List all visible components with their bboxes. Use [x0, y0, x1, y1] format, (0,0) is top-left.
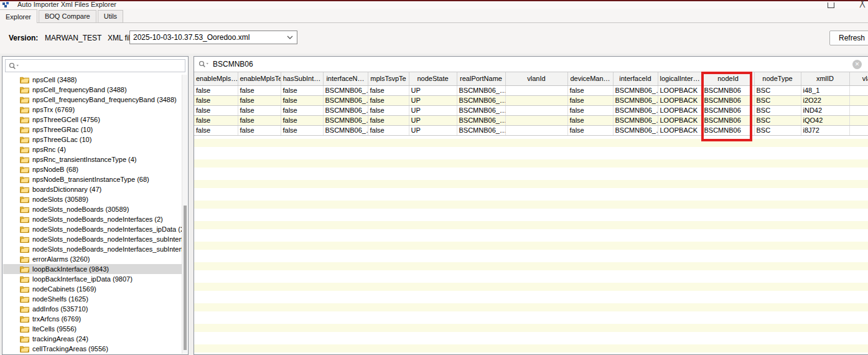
table-row[interactable]: falsefalsefalseBSCMNB06_…falseUPBSCMNB06…	[194, 105, 868, 115]
xml-file-select[interactable]: 2025-10-03-10.37.53_Ooredoo.xml	[129, 31, 297, 44]
empty-grid-stripes	[194, 139, 868, 354]
folder-icon	[20, 255, 29, 263]
tree-item[interactable]: npsRnc_transientInstanceType (4)	[3, 154, 182, 164]
tree-item[interactable]: cellTrackingAreas (9556)	[3, 344, 182, 354]
tree-item[interactable]: npsCell_frequencyBand_frequencyBand (348…	[3, 95, 182, 105]
version-label: Version:	[9, 34, 38, 42]
tab[interactable]: Explorer	[0, 9, 37, 23]
folder-icon	[20, 335, 29, 343]
table-row[interactable]: falsefalsefalseBSCMNB06_…falseUPBSCMNB06…	[194, 85, 868, 95]
clear-search-icon[interactable]: ✕	[852, 60, 862, 69]
folder-icon	[20, 186, 29, 193]
tree-item[interactable]: npsNodeB_transientInstanceType (68)	[3, 174, 182, 184]
tree-item[interactable]: npsCell (3488)	[3, 75, 182, 85]
table-row[interactable]: falsefalsefalseBSCMNB06_…falseUPBSCMNB06…	[194, 115, 868, 125]
folder-icon	[20, 295, 29, 303]
tree-search-input[interactable]	[5, 59, 185, 72]
nodeid-column-highlight	[701, 72, 752, 141]
toolbar: Version: MARWAN_TEST XML file 2025-10-03…	[0, 23, 868, 54]
grid-column-header[interactable]: vlanId	[505, 72, 567, 85]
xml-file-selected-value: 2025-10-03-10.37.53_Ooredoo.xml	[133, 33, 250, 42]
grid-column-header[interactable]: nodeState	[409, 72, 457, 85]
grid-column-header[interactable]: mplsTsvpTe	[368, 72, 409, 85]
tab[interactable]: BOQ Compare	[39, 10, 96, 22]
grid-column-header[interactable]: enableMplsTe	[238, 72, 281, 85]
grid-column-header[interactable]: realPortName	[457, 72, 505, 85]
tree-list: npsCell (3488)npsCell_frequencyBand (348…	[3, 75, 182, 354]
folder-icon	[20, 235, 29, 243]
tree-item[interactable]: npsTrx (6769)	[3, 105, 182, 115]
grid-column-header[interactable]: vlanS…	[849, 72, 868, 85]
tree-item[interactable]: nodeSlots_nodeBoards_nodeInterfaces (2)	[3, 214, 182, 224]
titlebar-accent	[0, 0, 868, 1]
window-title: Auto Importer Xml Files Explorer	[17, 1, 116, 8]
folder-icon	[20, 285, 29, 293]
tree-item[interactable]: npsRnc (4)	[3, 144, 182, 154]
folder-icon	[20, 265, 29, 273]
data-grid: enableMpls…enableMplsTehasSubInt…interfa…	[194, 72, 868, 136]
folder-icon	[20, 166, 29, 173]
tree-item[interactable]: nodeSlots_nodeBoards (30589)	[3, 204, 182, 214]
tree-item[interactable]: errorAlarms (3260)	[3, 254, 182, 264]
grid-search-input[interactable]: BSCMNB06 ✕	[194, 57, 868, 72]
table-row[interactable]: falsefalsefalseBSCMNB06_…falseUPBSCMNB06…	[194, 125, 868, 135]
tree-item[interactable]: trxArfcns (6769)	[3, 314, 182, 324]
grid-panel: BSCMNB06 ✕ enableMpls…enableMplsTehasSub…	[194, 56, 868, 355]
folder-icon	[20, 196, 29, 203]
tree-scrollbar[interactable]	[182, 75, 187, 354]
folder-icon	[20, 106, 29, 113]
folder-icon	[20, 305, 29, 313]
refresh-button[interactable]: Refresh	[829, 31, 868, 45]
folder-icon	[20, 275, 29, 283]
tree-item[interactable]: trackingAreas (24)	[3, 334, 182, 344]
tree-item[interactable]: nodeShelfs (1625)	[3, 294, 182, 304]
table-row[interactable]: falsefalsefalseBSCMNB06_…falseUPBSCMNB06…	[194, 95, 868, 105]
folder-icon	[20, 345, 29, 353]
grid-column-header[interactable]: interfaceId	[613, 72, 658, 85]
tree-panel: npsCell (3488)npsCell_frequencyBand (348…	[2, 56, 189, 355]
tree-item[interactable]: boardsDictionnary (47)	[3, 184, 182, 194]
maximize-button[interactable]	[828, 2, 834, 8]
search-icon	[198, 60, 209, 68]
grid-column-header[interactable]: enableMpls…	[194, 72, 238, 85]
folder-icon	[20, 176, 29, 183]
close-button[interactable]: ╳	[860, 0, 865, 7]
grid-column-header[interactable]: nodeType	[754, 72, 801, 85]
tree-item[interactable]: nodeSlots (30589)	[3, 194, 182, 204]
grid-column-header[interactable]: deviceMan…	[567, 72, 613, 85]
tab[interactable]: Utils	[98, 10, 123, 22]
folder-icon	[20, 206, 29, 213]
grid-column-header[interactable]: logicalInter…	[658, 72, 702, 85]
grid-header-row: enableMpls…enableMplsTehasSubInt…interfa…	[194, 72, 868, 85]
tree-item[interactable]: npsThreeGRac (10)	[3, 125, 182, 135]
tree-item[interactable]: loopBackInterface_ipData (9807)	[3, 274, 182, 284]
tree-item[interactable]: npsThreeGCell (4756)	[3, 115, 182, 125]
tree-item[interactable]: nodeSlots_nodeBoards_nodeInterfaces_subI…	[3, 244, 182, 254]
tree-item[interactable]: npsThreeGLac (10)	[3, 135, 182, 144]
tree-item[interactable]: nodeCabinets (1569)	[3, 284, 182, 294]
folder-icon	[20, 156, 29, 163]
tree-item[interactable]: loopBackInterface (9843)	[3, 264, 182, 274]
tree-item[interactable]: npsCell_frequencyBand (3488)	[3, 85, 182, 95]
folder-icon	[20, 325, 29, 333]
folder-icon	[20, 225, 29, 233]
chevron-down-icon	[287, 36, 293, 40]
version-value: MARWAN_TEST	[45, 34, 101, 42]
titlebar: Auto Importer Xml Files Explorer ╳	[0, 0, 868, 9]
tree-item[interactable]: nodeSlots_nodeBoards_nodeInterfaces_subI…	[3, 234, 182, 244]
folder-icon	[20, 86, 29, 93]
tree-item[interactable]: lteCells (9556)	[3, 324, 182, 334]
grid-column-header[interactable]: xmlID	[801, 72, 849, 85]
folder-icon	[20, 146, 29, 153]
folder-icon	[20, 116, 29, 123]
folder-icon	[20, 315, 29, 323]
grid-column-header[interactable]: hasSubInt…	[281, 72, 323, 85]
tree-item[interactable]: npsNodeB (68)	[3, 164, 182, 174]
tree-item[interactable]: lteNodeBBandwidths (15936)	[3, 354, 182, 354]
tree-item[interactable]: nodeSlots_nodeBoards_nodeInterfaces_ipDa…	[3, 224, 182, 234]
folder-icon	[20, 215, 29, 223]
tree-scrollbar-thumb[interactable]	[184, 206, 187, 350]
tree-item[interactable]: addInfos (535710)	[3, 304, 182, 314]
tab-bar: ExplorerBOQ CompareUtils	[0, 9, 868, 23]
grid-column-header[interactable]: interfaceN…	[323, 72, 368, 85]
